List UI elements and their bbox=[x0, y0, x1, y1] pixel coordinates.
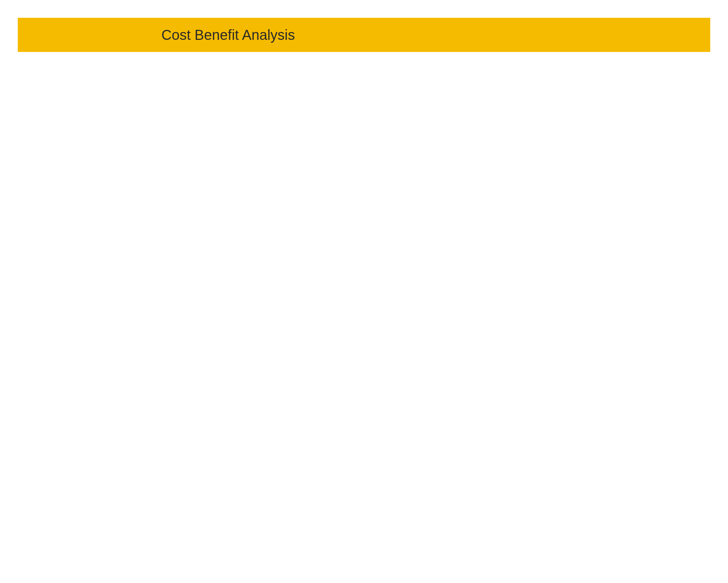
page-title: Cost Benefit Analysis bbox=[161, 27, 295, 43]
title-bar: Cost Benefit Analysis bbox=[18, 18, 710, 52]
